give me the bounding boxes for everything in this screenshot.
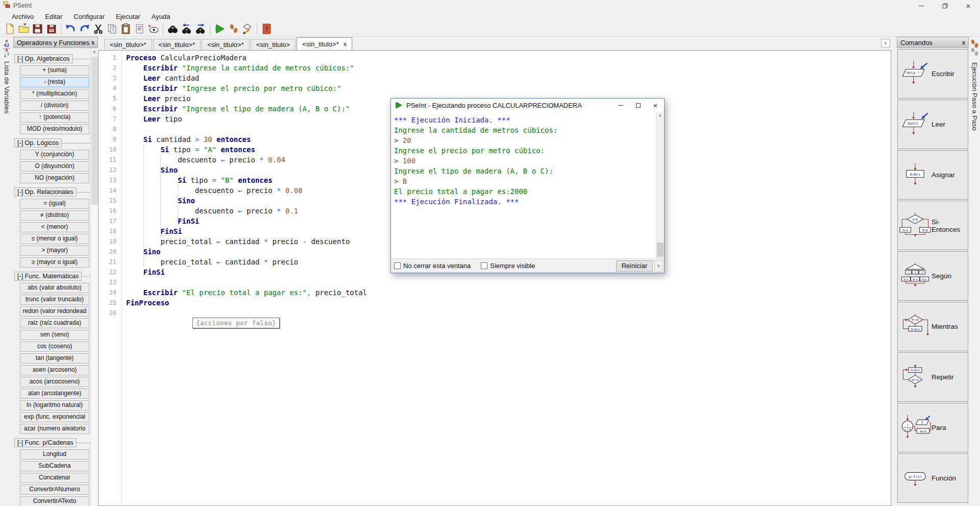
- operator-button[interactable]: O (disyunción): [20, 161, 89, 172]
- operator-button[interactable]: acos (arcocoseno): [20, 377, 89, 387]
- draw-flowchart-icon[interactable]: [240, 22, 254, 36]
- operator-button[interactable]: tan (tangente): [20, 353, 89, 364]
- operator-button[interactable]: MOD (resto/modulo): [20, 124, 89, 134]
- checkbox-box[interactable]: [394, 262, 401, 269]
- dialog-maximize-button[interactable]: [629, 99, 647, 112]
- command-leer[interactable]: Dato1Leer: [897, 100, 968, 149]
- menu-ayuda[interactable]: Ayuda: [146, 12, 176, 21]
- new-file-icon[interactable]: [3, 22, 17, 36]
- operators-panel-scrollbar[interactable]: ∧: [90, 48, 98, 506]
- dialog-close-button[interactable]: ×: [647, 99, 664, 112]
- operator-button[interactable]: ConvertirATexto: [20, 496, 89, 506]
- find-prev-icon[interactable]: [180, 22, 193, 36]
- operator-button[interactable]: atan (arcotangente): [20, 389, 89, 399]
- tab-overflow-button[interactable]: ∨: [881, 39, 890, 47]
- run-step-icon[interactable]: [227, 22, 240, 36]
- command-funcion[interactable]: y←f(x)Función: [897, 453, 968, 503]
- indent-guide: [143, 144, 144, 267]
- operator-button[interactable]: Concatenar: [20, 473, 89, 483]
- scrollbar-thumb[interactable]: [657, 243, 664, 257]
- format-document-icon[interactable]: [133, 22, 146, 36]
- menu-ejecutar[interactable]: Ejecutar: [110, 12, 146, 21]
- operator-button[interactable]: ln (logaritmo natural): [20, 400, 89, 411]
- command-segun[interactable]: 123N←AN←AN←ASegún: [897, 251, 968, 301]
- command-mientras[interactable]: N<10N←N+1Mientras: [897, 302, 968, 351]
- section-toggle-func-p-cadenas[interactable]: [-] Func. p/Cadenas: [14, 438, 77, 447]
- operator-button[interactable]: ≥ (mayor o igual): [20, 257, 89, 268]
- menu-archivo[interactable]: Archivo: [6, 12, 39, 21]
- tab-close-icon[interactable]: x: [344, 40, 347, 48]
- operator-button[interactable]: < (menor): [20, 222, 89, 232]
- operator-button[interactable]: Longitud: [20, 449, 89, 460]
- find-icon[interactable]: [166, 22, 180, 36]
- scroll-up-icon[interactable]: ∧: [91, 48, 98, 56]
- restore-button[interactable]: [933, 0, 957, 11]
- step-execution-strip[interactable]: Ejecución Paso a Paso: [969, 37, 980, 506]
- operator-button[interactable]: asen (arcoseno): [20, 365, 89, 375]
- operator-button[interactable]: cos (coseno): [20, 342, 89, 352]
- operator-button[interactable]: ≤ (menor o igual): [20, 234, 89, 244]
- open-file-icon[interactable]: [17, 22, 31, 36]
- paste-icon[interactable]: [119, 22, 133, 36]
- redo-icon[interactable]: [78, 22, 91, 36]
- operator-button[interactable]: = (igual): [20, 199, 89, 209]
- operator-button[interactable]: + (suma): [20, 65, 89, 76]
- find-next-icon[interactable]: [193, 22, 207, 36]
- dialog-title-bar[interactable]: PSeInt - Ejecutando proceso CALCULARPREC…: [391, 99, 664, 112]
- tab-5[interactable]: <sin_titulo>*x: [297, 37, 352, 50]
- checkbox-box[interactable]: [481, 262, 487, 269]
- operator-button[interactable]: trunc (valor truncado): [20, 295, 89, 305]
- menu-editar[interactable]: Editar: [39, 12, 68, 21]
- operator-button[interactable]: SubCadena: [20, 461, 89, 471]
- dialog-scrollbar[interactable]: ∧: [656, 112, 664, 258]
- copy-icon[interactable]: [105, 22, 119, 36]
- operator-button[interactable]: raiz (raíz cuadrada): [20, 318, 89, 328]
- minimize-button[interactable]: [910, 0, 933, 11]
- code-line: Escribir "El precio total a pagar es:", …: [126, 287, 891, 298]
- help-icon[interactable]: ?: [260, 22, 274, 36]
- operator-button[interactable]: sen (seno): [20, 330, 89, 340]
- command-si[interactable]: A>BM←AM←BSi-Entonces: [897, 201, 968, 250]
- scroll-down-icon[interactable]: ∨: [654, 260, 663, 272]
- menu-configurar[interactable]: Configurar: [68, 12, 110, 21]
- operator-button[interactable]: * (multiplicación): [20, 89, 89, 99]
- commands-panel-close-icon[interactable]: x: [962, 39, 965, 46]
- variables-strip[interactable]: ≠42'A'¿? Lista de Variables: [0, 37, 13, 506]
- operator-button[interactable]: azar (numero aleatorio: [20, 424, 89, 434]
- operator-button[interactable]: ≠ (distinto): [20, 210, 89, 221]
- operator-button[interactable]: NO (negación): [20, 173, 89, 183]
- tab-4[interactable]: <sin_titulo>: [251, 39, 296, 50]
- cut-icon[interactable]: [91, 22, 105, 36]
- tab-2[interactable]: <sin_titulo>*: [153, 39, 201, 50]
- close-button[interactable]: ×: [957, 0, 980, 11]
- command-repetir[interactable]: N←N+1N<10Repetir: [897, 352, 968, 402]
- command-para[interactable]: i1NBAH←BPara: [897, 403, 968, 452]
- tab-1[interactable]: <sin_titulo>*: [104, 39, 152, 50]
- preview-icon[interactable]: +: [146, 22, 160, 36]
- operator-button[interactable]: ConvertirANumero: [20, 485, 89, 495]
- scrollbar-thumb[interactable]: [91, 57, 98, 205]
- section-toggle-op-algebraicos[interactable]: [-] Op. Algebraicos: [14, 54, 73, 63]
- scroll-up-icon[interactable]: ∧: [656, 112, 664, 119]
- operator-button[interactable]: redon (valor redondead: [20, 306, 89, 317]
- operator-button[interactable]: exp (func. exponencial: [20, 412, 89, 422]
- operator-button[interactable]: Y (conjunción): [20, 150, 89, 160]
- restart-button[interactable]: Reiniciar: [616, 260, 653, 272]
- save-all-icon[interactable]: [44, 22, 58, 36]
- save-file-icon[interactable]: [31, 22, 44, 36]
- dialog-minimize-button[interactable]: [612, 99, 629, 112]
- undo-icon[interactable]: [64, 22, 78, 36]
- section-toggle-op-relacionales[interactable]: [-] Op. Relacionales: [14, 187, 77, 197]
- command-escribir[interactable]: 'Hola !'Escribir: [897, 49, 968, 99]
- operator-button[interactable]: / (división): [20, 101, 89, 111]
- operators-panel-close-icon[interactable]: x: [91, 39, 94, 46]
- section-toggle-op-l-gicos[interactable]: [-] Op. Lógicos: [14, 138, 62, 148]
- section-toggle-func-matem-ticas[interactable]: [-] Func. Matemáticas: [14, 272, 82, 281]
- command-asignar[interactable]: A←B+iAsignar: [897, 150, 968, 200]
- operator-button[interactable]: abs (valor absoluto): [20, 283, 89, 293]
- run-icon[interactable]: [213, 22, 227, 36]
- operator-button[interactable]: > (mayor): [20, 246, 89, 256]
- operator-button[interactable]: - (resta): [20, 77, 89, 87]
- operator-button[interactable]: ↑ (potencia): [20, 112, 89, 123]
- tab-3[interactable]: <sin_titulo>*: [202, 39, 250, 50]
